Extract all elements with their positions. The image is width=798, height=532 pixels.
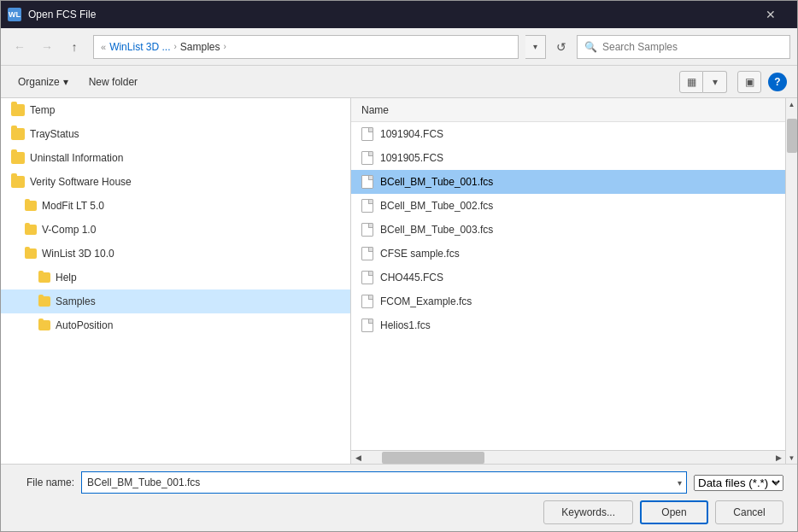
refresh-button[interactable]: ↺ <box>549 35 573 59</box>
nav-bar: ← → ↑ « WinList 3D ... › Samples › ▾ ↺ 🔍 <box>1 28 797 66</box>
tree-item[interactable]: TrayStatus <box>1 122 350 146</box>
up-button[interactable]: ↑ <box>62 35 86 59</box>
keywords-button[interactable]: Keywords... <box>543 500 633 524</box>
file-name: CFSE sample.fcs <box>380 248 460 260</box>
v-scroll-up[interactable]: ▲ <box>786 98 798 110</box>
filetype-select[interactable]: Data files (*.*)All files (*.*) <box>694 475 783 491</box>
tree-item-label: Verity Software House <box>30 176 132 188</box>
app-icon: WL <box>8 8 21 21</box>
tree-item[interactable]: Help <box>1 266 350 289</box>
search-icon: 🔍 <box>584 41 597 53</box>
tree-item-label: Samples <box>56 295 96 307</box>
tree-item-label: ModFit LT 5.0 <box>42 200 104 212</box>
right-panel: Name 1091904.FCS1091905.FCSBCell_BM_Tube… <box>351 98 785 464</box>
file-doc-icon <box>361 295 373 308</box>
actions-row: Keywords... Open Cancel <box>15 500 783 524</box>
file-item[interactable]: CFSE sample.fcs <box>351 242 785 266</box>
file-item[interactable]: BCell_BM_Tube_003.fcs <box>351 218 785 242</box>
organize-arrow: ▾ <box>63 76 68 88</box>
tree-item-label: Temp <box>30 104 55 116</box>
tree-container: TempTrayStatusUninstall InformationVerit… <box>1 98 350 337</box>
dialog-window: WL Open FCS File ✕ ← → ↑ « WinList 3D ..… <box>0 0 798 532</box>
new-folder-label: New folder <box>89 76 138 88</box>
file-item[interactable]: BCell_BM_Tube_002.fcs <box>351 194 785 218</box>
v-scroll-thumb-area[interactable] <box>786 110 798 452</box>
file-doc-icon <box>361 247 373 260</box>
title-bar: WL Open FCS File ✕ <box>1 1 797 28</box>
view-grid-button[interactable]: ▦ <box>679 71 703 93</box>
horizontal-scrollbar[interactable]: ◀ ▶ <box>351 450 785 464</box>
cancel-button[interactable]: Cancel <box>715 500 783 524</box>
new-folder-button[interactable]: New folder <box>82 71 144 93</box>
vertical-scrollbar-right[interactable]: ▲ ▼ <box>785 98 797 464</box>
v-scroll-down[interactable]: ▼ <box>786 452 798 464</box>
file-item[interactable]: 1091905.FCS <box>351 146 785 170</box>
toolbar: Organize ▾ New folder ▦ ▾ ▣ ? <box>1 66 797 98</box>
title-bar-text: Open FCS File <box>28 9 744 20</box>
file-item[interactable]: 1091904.FCS <box>351 122 785 146</box>
tree-item-label: AutoPosition <box>56 319 113 331</box>
filename-input[interactable] <box>81 471 687 494</box>
file-doc-icon <box>361 223 373 237</box>
filename-row: File name: Data files (*.*)All files (*.… <box>15 471 783 494</box>
folder-icon <box>38 272 50 283</box>
h-scroll-track[interactable] <box>365 451 772 464</box>
back-button[interactable]: ← <box>8 35 32 59</box>
folder-icon <box>11 128 25 140</box>
search-box: 🔍 <box>577 35 790 59</box>
h-scroll-right[interactable]: ▶ <box>772 451 785 465</box>
close-button[interactable]: ✕ <box>751 1 790 28</box>
file-doc-icon <box>361 199 373 213</box>
view-dropdown-button[interactable]: ▾ <box>703 71 727 93</box>
open-button[interactable]: Open <box>640 500 708 524</box>
organize-label: Organize <box>18 76 60 88</box>
tree-item[interactable]: WinList 3D 10.0 <box>1 242 350 266</box>
file-name: BCell_BM_Tube_002.fcs <box>380 200 493 212</box>
help-button[interactable]: ? <box>768 73 787 91</box>
name-column-header: Name <box>361 104 389 116</box>
tree-item[interactable]: Samples <box>1 289 350 313</box>
file-item[interactable]: Helios1.fcs <box>351 313 785 337</box>
h-scroll-left[interactable]: ◀ <box>351 451 365 465</box>
file-item[interactable]: BCell_BM_Tube_001.fcs <box>351 170 785 194</box>
organize-button[interactable]: Organize ▾ <box>11 71 75 93</box>
tree-item-label: Help <box>56 272 77 284</box>
tree-item-label: V-Comp 1.0 <box>42 224 96 236</box>
tree-item-label: Uninstall Information <box>30 152 123 164</box>
filetype-dropdown-wrap: Data files (*.*)All files (*.*) <box>694 475 783 491</box>
folder-icon <box>11 176 25 188</box>
file-doc-icon <box>361 151 373 165</box>
breadcrumb-winlist[interactable]: WinList 3D ... <box>109 41 170 53</box>
tree-item[interactable]: Uninstall Information <box>1 146 350 170</box>
file-name: CHO445.FCS <box>380 272 443 284</box>
breadcrumb: « WinList 3D ... › Samples › <box>93 35 519 59</box>
file-name: FCOM_Example.fcs <box>380 295 472 307</box>
forward-button[interactable]: → <box>35 35 59 59</box>
folder-icon <box>38 296 50 307</box>
tree-item-label: WinList 3D 10.0 <box>42 248 114 260</box>
file-item[interactable]: FCOM_Example.fcs <box>351 289 785 313</box>
breadcrumb-dropdown[interactable]: ▾ <box>525 35 546 59</box>
filename-input-wrap <box>81 471 687 494</box>
file-doc-icon <box>361 175 373 189</box>
file-name: BCell_BM_Tube_003.fcs <box>380 224 493 236</box>
view-pane-button[interactable]: ▣ <box>737 71 761 93</box>
folder-icon <box>11 152 25 164</box>
tree-item[interactable]: ModFit LT 5.0 <box>1 194 350 218</box>
tree-item[interactable]: AutoPosition <box>1 313 350 337</box>
file-doc-icon <box>361 319 373 332</box>
view-toggle: ▦ ▾ <box>679 71 727 93</box>
folder-icon <box>25 201 37 211</box>
tree-item[interactable]: Verity Software House <box>1 170 350 194</box>
folder-icon <box>11 104 25 116</box>
file-item[interactable]: CHO445.FCS <box>351 266 785 289</box>
breadcrumb-samples: Samples <box>180 41 220 53</box>
tree-item[interactable]: Temp <box>1 98 350 122</box>
h-scroll-thumb[interactable] <box>382 452 484 464</box>
file-doc-icon <box>361 127 373 141</box>
right-panel-container: Name 1091904.FCS1091905.FCSBCell_BM_Tube… <box>351 98 797 464</box>
tree-item[interactable]: V-Comp 1.0 <box>1 218 350 242</box>
filename-label: File name: <box>15 476 74 488</box>
search-input[interactable] <box>602 41 783 53</box>
v-scroll-thumb <box>787 119 797 153</box>
